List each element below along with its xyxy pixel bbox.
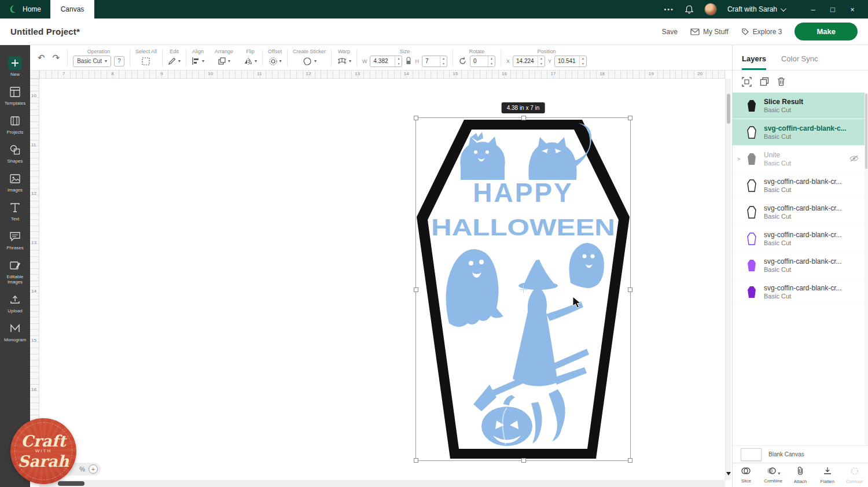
design-canvas[interactable]: HAPPY HALLOWEEN: [39, 79, 725, 480]
sidebar-item-phrases[interactable]: Phrases: [0, 226, 30, 254]
x-stepper[interactable]: ▲▼: [538, 56, 545, 67]
layer-expand-chevron-icon[interactable]: >: [737, 156, 743, 162]
rotate-stepper[interactable]: ▲▼: [488, 56, 495, 67]
edit-menu-button[interactable]: ▾: [168, 57, 181, 65]
layers-scrollbar[interactable]: [865, 93, 868, 447]
resize-handle-s[interactable]: [521, 458, 526, 463]
align-menu-button[interactable]: ▾: [192, 57, 204, 65]
layer-row[interactable]: svg-coffin-card-blank-cr...Basic Cut: [733, 279, 865, 305]
sidebar-item-editable-images[interactable]: Editable Images: [0, 254, 30, 289]
attach-button[interactable]: Attach: [787, 463, 814, 487]
account-menu[interactable]: Craft with Sarah: [727, 5, 785, 13]
project-title: Untitled Project*: [10, 27, 80, 36]
sidebar-item-upload[interactable]: Upload: [0, 289, 30, 318]
sidebar-item-images[interactable]: Images: [0, 168, 30, 197]
notifications-bell-icon[interactable]: [685, 5, 694, 14]
more-options-icon[interactable]: •••: [664, 6, 674, 13]
minimize-button[interactable]: –: [803, 0, 823, 19]
canvas-tab[interactable]: Canvas: [50, 0, 94, 19]
warp-menu-button[interactable]: ▾: [337, 57, 351, 65]
horizontal-scroll-thumb[interactable]: [58, 481, 84, 486]
undo-button[interactable]: ↶: [35, 53, 47, 63]
operation-dropdown[interactable]: Basic Cut ▾: [73, 56, 111, 67]
combine-button[interactable]: ▾Combine: [760, 463, 787, 487]
layer-row[interactable]: >UniteBasic Cut: [733, 146, 865, 172]
y-position-input[interactable]: 10.541 ▲▼: [554, 56, 587, 67]
sidebar-item-label: Text: [1, 216, 29, 222]
resize-handle-sw[interactable]: [414, 458, 418, 463]
layer-operation-type: Basic Cut: [764, 239, 859, 246]
lock-aspect-icon[interactable]: [405, 56, 412, 67]
duplicate-layer-button[interactable]: [760, 77, 769, 86]
sidebar-item-shapes[interactable]: Shapes: [0, 139, 30, 168]
phrases-icon: [8, 230, 22, 244]
operation-help-button[interactable]: ?: [114, 56, 124, 67]
attach-icon: [796, 466, 804, 478]
arrange-menu-button[interactable]: ▾: [218, 57, 230, 65]
layer-row[interactable]: svg-coffin-card-blank-cr...Basic Cut: [733, 172, 865, 199]
rotate-input[interactable]: 0 ▲▼: [470, 56, 495, 67]
layer-row[interactable]: svg-coffin-card-blank-c...Basic Cut: [733, 119, 865, 146]
resize-handle-n[interactable]: [521, 116, 526, 120]
make-button[interactable]: Make: [795, 23, 858, 40]
logo-line2: Sarah: [18, 454, 69, 468]
layer-row[interactable]: svg-coffin-card-blank-cr...Basic Cut: [733, 199, 865, 226]
select-all-button[interactable]: [141, 57, 150, 66]
close-button[interactable]: ×: [843, 0, 862, 19]
blank-canvas-row[interactable]: Blank Canvas: [733, 445, 868, 463]
maximize-button[interactable]: □: [823, 0, 843, 19]
sidebar-item-text[interactable]: Text: [0, 197, 30, 226]
create-sticker-button[interactable]: ▾: [302, 57, 317, 66]
layer-hidden-eye-icon[interactable]: [849, 154, 859, 164]
flatten-button[interactable]: Flatten: [814, 463, 841, 487]
redo-button[interactable]: ↷: [50, 53, 62, 63]
scroll-down-arrow-icon[interactable]: [726, 472, 731, 475]
layer-row[interactable]: Slice ResultBasic Cut: [733, 93, 865, 119]
resize-handle-w[interactable]: [414, 287, 418, 292]
vertical-scroll-thumb[interactable]: [727, 94, 730, 124]
layer-select-all-button[interactable]: [742, 77, 752, 87]
flip-menu-button[interactable]: ▾: [244, 57, 257, 65]
height-stepper[interactable]: ▲▼: [440, 56, 447, 67]
sidebar-item-monogram[interactable]: Monogram: [0, 318, 30, 346]
rotate-icon[interactable]: [458, 57, 467, 65]
delete-layer-button[interactable]: [777, 77, 785, 86]
save-button[interactable]: Save: [662, 28, 678, 36]
home-tab[interactable]: Home: [0, 0, 50, 19]
shapes-icon: [8, 143, 22, 157]
sidebar-item-projects[interactable]: Projects: [0, 110, 30, 139]
layer-operation-type: Basic Cut: [764, 293, 859, 300]
text-icon: [8, 201, 22, 215]
resize-handle-nw[interactable]: [414, 116, 418, 120]
v-ruler-number: 13: [31, 240, 36, 245]
width-stepper[interactable]: ▲▼: [395, 56, 402, 67]
titlebar: Home Canvas ••• Craft with Sarah – □ ×: [0, 0, 868, 19]
x-position-input[interactable]: 14.224 ▲▼: [513, 56, 545, 67]
warp-icon: [337, 57, 347, 65]
marquee-select-icon: [141, 57, 150, 66]
resize-handle-e[interactable]: [628, 287, 632, 292]
resize-handle-se[interactable]: [628, 458, 632, 463]
layers-scroll-thumb[interactable]: [865, 94, 867, 169]
slice-button[interactable]: Slice: [733, 463, 760, 487]
sidebar-item-templates[interactable]: Templates: [0, 81, 30, 110]
y-stepper[interactable]: ▲▼: [579, 56, 586, 67]
offset-menu-button[interactable]: ▾: [269, 57, 282, 66]
my-stuff-button[interactable]: My Stuff: [690, 28, 729, 36]
zoom-in-button[interactable]: +: [89, 464, 98, 474]
save-label: Save: [662, 28, 678, 36]
layer-row[interactable]: svg-coffin-card-blank-cr...Basic Cut: [733, 226, 865, 252]
tab-color-sync[interactable]: Color Sync: [781, 54, 818, 70]
canvas-vertical-scrollbar[interactable]: [725, 79, 731, 480]
sidebar-item-new[interactable]: New: [0, 52, 30, 81]
explore-button[interactable]: Explore 3: [741, 28, 782, 36]
resize-handle-ne[interactable]: [628, 116, 632, 120]
height-input[interactable]: 7 ▲▼: [422, 56, 447, 67]
caret-down-icon: ▾: [228, 58, 230, 64]
sidebar-item-label: New: [1, 72, 29, 77]
tab-layers[interactable]: Layers: [742, 54, 766, 70]
canvas-horizontal-scrollbar[interactable]: [39, 480, 725, 487]
layer-row[interactable]: svg-coffin-card-blank-cr...Basic Cut: [733, 252, 865, 279]
width-input[interactable]: 4.382 ▲▼: [370, 56, 402, 67]
account-avatar[interactable]: [704, 3, 717, 16]
